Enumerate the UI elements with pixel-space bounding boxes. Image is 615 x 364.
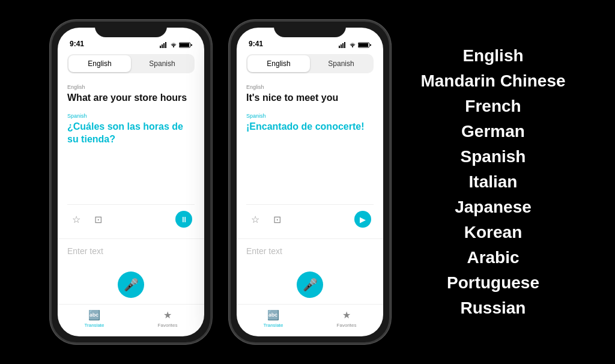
translate-icon-2: 🔤 — [267, 309, 279, 321]
svg-rect-15 — [370, 44, 371, 46]
phone-2-spanish-phrase: ¡Encantado de conocerte! — [246, 121, 374, 133]
phone-1-english-label: English — [67, 84, 195, 90]
svg-rect-9 — [341, 44, 342, 48]
lang-mandarin: Mandarin Chinese — [420, 68, 565, 94]
lang-english: English — [462, 43, 523, 68]
phone-1-nav-favorites-label: Favorites — [158, 323, 178, 328]
signal-icon-2 — [339, 42, 347, 48]
lang-italian: Italian — [469, 169, 518, 195]
phone-2-nav-favorites-label: Favorites — [337, 323, 357, 328]
lang-spanish: Spanish — [461, 144, 526, 169]
phone-1-tab-spanish[interactable]: Spanish — [131, 55, 193, 72]
phone-1-mic-button[interactable]: 🎤 — [118, 271, 144, 298]
svg-rect-8 — [339, 46, 340, 48]
translate-icon: 🔤 — [88, 309, 100, 321]
copy-icon[interactable]: ⊡ — [91, 213, 105, 226]
svg-rect-14 — [359, 43, 368, 47]
svg-rect-11 — [344, 42, 345, 48]
language-list: English Mandarin Chinese French German S… — [391, 43, 583, 321]
phone-2-screen: 9:41 — [237, 28, 383, 336]
phone-1-time: 9:41 — [70, 40, 84, 48]
phone-1-nav-favorites[interactable]: ★ Favorites — [131, 309, 204, 328]
phone-1-mic-area: 🎤 — [58, 263, 204, 304]
battery-icon — [179, 42, 192, 48]
phone-1-bottom-nav: 🔤 Translate ★ Favorites — [58, 304, 204, 336]
phone-2-content: English It's nice to meet you Spanish ¡E… — [237, 79, 383, 238]
scene: 9:41 — [0, 0, 615, 364]
svg-rect-7 — [191, 44, 192, 46]
phone-1-nav-translate[interactable]: 🔤 Translate — [58, 309, 131, 328]
phone-1-action-row: ☆ ⊡ ⏸ — [67, 204, 195, 234]
battery-icon-2 — [358, 42, 371, 48]
signal-icon — [160, 42, 168, 48]
phone-2: 9:41 — [229, 20, 391, 344]
phone-1-screen: 9:41 — [58, 28, 204, 336]
lang-portuguese: Portuguese — [447, 270, 539, 296]
lang-german: German — [461, 119, 525, 144]
phone-1-tab-bar[interactable]: English Spanish — [67, 54, 195, 73]
phone-1-enter-text: Enter text — [67, 246, 195, 256]
phone-1-nav-translate-label: Translate — [84, 323, 104, 328]
phone-2-spanish-label: Spanish — [246, 113, 374, 119]
lang-french: French — [465, 94, 521, 119]
phone-2-enter-text: Enter text — [246, 246, 374, 256]
svg-rect-2 — [163, 43, 165, 48]
phone-1: 9:41 — [50, 20, 212, 344]
phones-area: 9:41 — [32, 20, 391, 344]
wifi-icon — [171, 42, 177, 48]
phone-1-english-phrase: What are your store hours — [67, 92, 195, 105]
phone-1-spanish-label: Spanish — [67, 113, 195, 119]
svg-rect-3 — [165, 42, 166, 48]
pause-button[interactable]: ⏸ — [175, 211, 192, 228]
phone-1-input-area[interactable]: Enter text — [58, 238, 204, 263]
play-button[interactable]: ▶ — [354, 211, 371, 228]
favorites-icon-2: ★ — [342, 309, 351, 321]
phone-1-action-icons-left: ☆ ⊡ — [70, 213, 105, 226]
phone-2-notch — [274, 22, 346, 37]
phone-2-mic-area: 🎤 — [237, 263, 383, 304]
star-icon-2[interactable]: ☆ — [249, 213, 262, 226]
svg-point-4 — [173, 46, 174, 47]
copy-icon-2[interactable]: ⊡ — [270, 213, 283, 226]
phone-1-content: English What are your store hours Spanis… — [58, 79, 204, 238]
lang-japanese: Japanese — [455, 195, 532, 220]
phone-1-status-icons — [160, 42, 192, 48]
phone-2-action-icons-left: ☆ ⊡ — [249, 213, 283, 226]
star-icon[interactable]: ☆ — [70, 213, 83, 226]
svg-rect-1 — [162, 44, 163, 48]
phone-2-status-icons — [339, 42, 371, 48]
phone-2-tab-english[interactable]: English — [247, 55, 310, 72]
phone-2-action-row: ☆ ⊡ ▶ — [246, 204, 374, 234]
svg-rect-6 — [180, 43, 189, 47]
lang-russian: Russian — [461, 296, 526, 321]
phone-1-tab-english[interactable]: English — [68, 55, 131, 72]
phone-2-nav-favorites[interactable]: ★ Favorites — [310, 309, 383, 328]
wifi-icon-2 — [350, 42, 356, 48]
phone-2-bottom-nav: 🔤 Translate ★ Favorites — [237, 304, 383, 336]
svg-rect-0 — [160, 46, 161, 48]
phone-2-input-area[interactable]: Enter text — [237, 238, 383, 263]
phone-2-english-phrase: It's nice to meet you — [246, 92, 374, 105]
phone-2-mic-button[interactable]: 🎤 — [297, 271, 323, 298]
phone-2-time: 9:41 — [249, 40, 263, 48]
phone-2-tab-spanish[interactable]: Spanish — [310, 55, 372, 72]
phone-2-tab-bar[interactable]: English Spanish — [246, 54, 374, 73]
phone-2-english-label: English — [246, 84, 374, 90]
phone-2-nav-translate[interactable]: 🔤 Translate — [237, 309, 310, 328]
svg-rect-10 — [342, 43, 344, 48]
favorites-icon: ★ — [163, 309, 172, 321]
lang-arabic: Arabic — [467, 245, 519, 270]
phone-1-spanish-phrase: ¿Cuáles son las horas de su tienda? — [67, 121, 195, 146]
phone-2-nav-translate-label: Translate — [263, 323, 283, 328]
svg-point-12 — [352, 46, 353, 47]
lang-korean: Korean — [464, 220, 522, 245]
phone-1-notch — [95, 22, 167, 37]
